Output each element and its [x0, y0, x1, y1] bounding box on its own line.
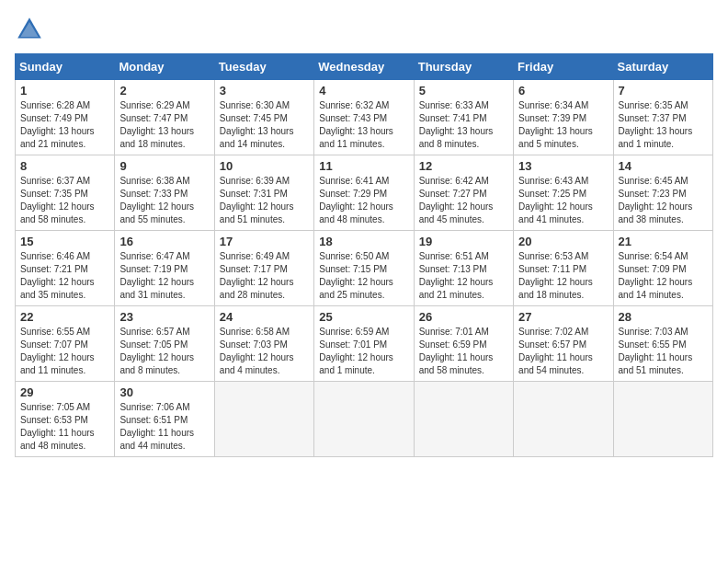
day-number: 21	[619, 235, 708, 248]
day-info: Sunrise: 6:58 AM Sunset: 7:03 PM Dayligh…	[220, 326, 309, 377]
calendar-cell: 12Sunrise: 6:42 AM Sunset: 7:27 PM Dayli…	[414, 155, 513, 231]
calendar-cell: 20Sunrise: 6:53 AM Sunset: 7:11 PM Dayli…	[514, 231, 613, 306]
calendar-week-row: 1Sunrise: 6:28 AM Sunset: 7:49 PM Daylig…	[16, 80, 713, 155]
day-info: Sunrise: 7:05 AM Sunset: 6:53 PM Dayligh…	[20, 401, 109, 453]
day-info: Sunrise: 6:38 AM Sunset: 7:33 PM Dayligh…	[119, 175, 209, 226]
day-info: Sunrise: 6:59 AM Sunset: 7:01 PM Dayligh…	[319, 326, 408, 377]
day-info: Sunrise: 6:49 AM Sunset: 7:17 PM Dayligh…	[220, 250, 309, 302]
day-info: Sunrise: 6:35 AM Sunset: 7:37 PM Dayligh…	[619, 99, 708, 151]
day-number: 16	[119, 235, 209, 248]
calendar-cell: 28Sunrise: 7:03 AM Sunset: 6:55 PM Dayli…	[613, 306, 712, 382]
calendar-cell: 8Sunrise: 6:37 AM Sunset: 7:35 PM Daylig…	[16, 155, 115, 231]
logo-icon	[15, 15, 44, 44]
calendar-table: SundayMondayTuesdayWednesdayThursdayFrid…	[15, 53, 713, 457]
calendar-cell: 6Sunrise: 6:34 AM Sunset: 7:39 PM Daylig…	[514, 80, 613, 155]
calendar-cell: 25Sunrise: 6:59 AM Sunset: 7:01 PM Dayli…	[314, 306, 414, 382]
calendar-week-row: 22Sunrise: 6:55 AM Sunset: 7:07 PM Dayli…	[16, 306, 713, 382]
logo	[15, 15, 48, 44]
calendar-cell: 4Sunrise: 6:32 AM Sunset: 7:43 PM Daylig…	[314, 80, 414, 155]
calendar-cell: 9Sunrise: 6:38 AM Sunset: 7:33 PM Daylig…	[115, 155, 214, 231]
header	[15, 15, 713, 44]
day-info: Sunrise: 6:30 AM Sunset: 7:45 PM Dayligh…	[220, 99, 309, 151]
day-info: Sunrise: 6:39 AM Sunset: 7:31 PM Dayligh…	[220, 175, 309, 226]
day-number: 2	[119, 84, 209, 98]
day-number: 6	[518, 84, 608, 98]
calendar-header-tuesday: Tuesday	[214, 54, 313, 80]
day-number: 12	[419, 159, 508, 173]
day-number: 13	[518, 159, 608, 173]
calendar-cell: 13Sunrise: 6:43 AM Sunset: 7:25 PM Dayli…	[514, 155, 613, 231]
day-info: Sunrise: 6:53 AM Sunset: 7:11 PM Dayligh…	[518, 250, 608, 302]
calendar-cell: 2Sunrise: 6:29 AM Sunset: 7:47 PM Daylig…	[115, 80, 214, 155]
calendar-cell: 26Sunrise: 7:01 AM Sunset: 6:59 PM Dayli…	[414, 306, 513, 382]
calendar-cell: 7Sunrise: 6:35 AM Sunset: 7:37 PM Daylig…	[613, 80, 712, 155]
calendar-cell: 14Sunrise: 6:45 AM Sunset: 7:23 PM Dayli…	[613, 155, 712, 231]
day-info: Sunrise: 6:50 AM Sunset: 7:15 PM Dayligh…	[319, 250, 408, 302]
calendar-week-row: 29Sunrise: 7:05 AM Sunset: 6:53 PM Dayli…	[16, 382, 713, 457]
day-number: 24	[220, 310, 309, 324]
calendar-cell: 29Sunrise: 7:05 AM Sunset: 6:53 PM Dayli…	[16, 382, 115, 457]
calendar-cell: 23Sunrise: 6:57 AM Sunset: 7:05 PM Dayli…	[115, 306, 214, 382]
day-number: 26	[419, 310, 508, 324]
day-number: 25	[319, 310, 408, 324]
calendar-week-row: 8Sunrise: 6:37 AM Sunset: 7:35 PM Daylig…	[16, 155, 713, 231]
calendar-header-sunday: Sunday	[16, 54, 115, 80]
day-info: Sunrise: 6:32 AM Sunset: 7:43 PM Dayligh…	[319, 99, 408, 151]
day-number: 22	[20, 310, 109, 324]
day-number: 11	[319, 159, 408, 173]
day-number: 17	[220, 235, 309, 248]
calendar-cell: 11Sunrise: 6:41 AM Sunset: 7:29 PM Dayli…	[314, 155, 414, 231]
day-info: Sunrise: 6:51 AM Sunset: 7:13 PM Dayligh…	[419, 250, 508, 302]
calendar-cell: 18Sunrise: 6:50 AM Sunset: 7:15 PM Dayli…	[314, 231, 414, 306]
day-number: 18	[319, 235, 408, 248]
day-info: Sunrise: 6:57 AM Sunset: 7:05 PM Dayligh…	[119, 326, 209, 377]
day-info: Sunrise: 6:47 AM Sunset: 7:19 PM Dayligh…	[119, 250, 209, 302]
calendar-cell: 16Sunrise: 6:47 AM Sunset: 7:19 PM Dayli…	[115, 231, 214, 306]
day-info: Sunrise: 6:28 AM Sunset: 7:49 PM Dayligh…	[20, 99, 109, 151]
calendar-cell: 1Sunrise: 6:28 AM Sunset: 7:49 PM Daylig…	[16, 80, 115, 155]
calendar-cell: 5Sunrise: 6:33 AM Sunset: 7:41 PM Daylig…	[414, 80, 513, 155]
day-number: 4	[319, 84, 408, 98]
day-number: 3	[220, 84, 309, 98]
day-number: 30	[119, 385, 209, 399]
calendar-header-monday: Monday	[115, 54, 214, 80]
day-number: 27	[518, 310, 608, 324]
day-info: Sunrise: 6:42 AM Sunset: 7:27 PM Dayligh…	[419, 175, 508, 226]
day-number: 10	[220, 159, 309, 173]
day-number: 1	[20, 84, 109, 98]
calendar-header-wednesday: Wednesday	[314, 54, 414, 80]
calendar-cell: 24Sunrise: 6:58 AM Sunset: 7:03 PM Dayli…	[214, 306, 313, 382]
day-info: Sunrise: 7:03 AM Sunset: 6:55 PM Dayligh…	[619, 326, 708, 377]
day-info: Sunrise: 6:45 AM Sunset: 7:23 PM Dayligh…	[619, 175, 708, 226]
calendar-cell: 22Sunrise: 6:55 AM Sunset: 7:07 PM Dayli…	[16, 306, 115, 382]
day-info: Sunrise: 6:37 AM Sunset: 7:35 PM Dayligh…	[20, 175, 109, 226]
day-number: 5	[419, 84, 508, 98]
calendar-cell: 27Sunrise: 7:02 AM Sunset: 6:57 PM Dayli…	[514, 306, 613, 382]
calendar-week-row: 15Sunrise: 6:46 AM Sunset: 7:21 PM Dayli…	[16, 231, 713, 306]
day-info: Sunrise: 6:55 AM Sunset: 7:07 PM Dayligh…	[20, 326, 109, 377]
day-number: 14	[619, 159, 708, 173]
calendar-cell	[514, 382, 613, 457]
calendar-cell	[314, 382, 414, 457]
calendar-cell: 3Sunrise: 6:30 AM Sunset: 7:45 PM Daylig…	[214, 80, 313, 155]
day-info: Sunrise: 6:43 AM Sunset: 7:25 PM Dayligh…	[518, 175, 608, 226]
day-info: Sunrise: 7:06 AM Sunset: 6:51 PM Dayligh…	[119, 401, 209, 453]
day-number: 20	[518, 235, 608, 248]
calendar-cell: 30Sunrise: 7:06 AM Sunset: 6:51 PM Dayli…	[115, 382, 214, 457]
calendar-cell: 19Sunrise: 6:51 AM Sunset: 7:13 PM Dayli…	[414, 231, 513, 306]
day-info: Sunrise: 6:29 AM Sunset: 7:47 PM Dayligh…	[119, 99, 209, 151]
calendar-cell	[613, 382, 712, 457]
day-number: 15	[20, 235, 109, 248]
day-number: 23	[119, 310, 209, 324]
calendar-cell	[214, 382, 313, 457]
day-info: Sunrise: 6:54 AM Sunset: 7:09 PM Dayligh…	[619, 250, 708, 302]
calendar-header-friday: Friday	[514, 54, 613, 80]
calendar-header-thursday: Thursday	[414, 54, 513, 80]
day-info: Sunrise: 6:34 AM Sunset: 7:39 PM Dayligh…	[518, 99, 608, 151]
day-number: 19	[419, 235, 508, 248]
calendar-header-row: SundayMondayTuesdayWednesdayThursdayFrid…	[16, 54, 713, 80]
day-info: Sunrise: 7:01 AM Sunset: 6:59 PM Dayligh…	[419, 326, 508, 377]
day-number: 28	[619, 310, 708, 324]
calendar-header-saturday: Saturday	[613, 54, 712, 80]
calendar-cell: 10Sunrise: 6:39 AM Sunset: 7:31 PM Dayli…	[214, 155, 313, 231]
